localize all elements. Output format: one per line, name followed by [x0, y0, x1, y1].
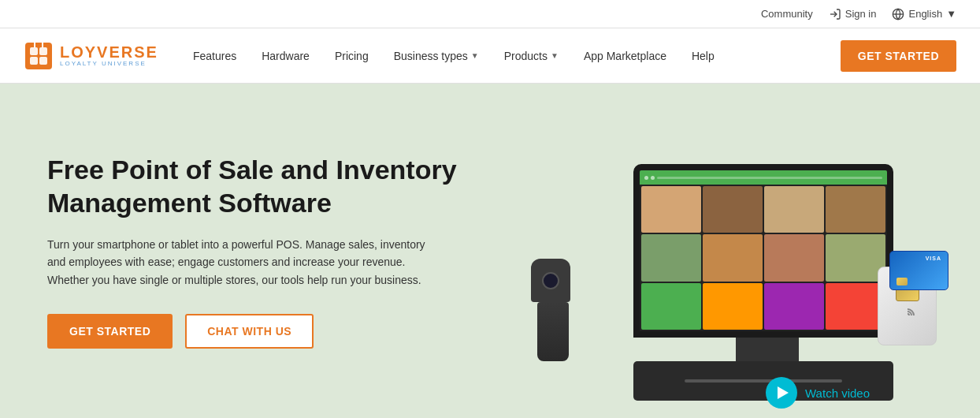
pos-stand — [736, 338, 799, 361]
logo-text: LOYVERSE LOYALTY UNIVERSE — [60, 43, 158, 68]
community-label: Community — [761, 8, 813, 20]
products-chevron-icon: ▼ — [551, 51, 559, 60]
business-types-chevron-icon: ▼ — [471, 51, 479, 60]
hero-title: Free Point of Sale and Inventory Managem… — [47, 153, 457, 220]
svg-rect-5 — [39, 47, 47, 55]
nav-app-marketplace[interactable]: App Marketplace — [573, 43, 677, 69]
language-selector[interactable]: English ▼ — [892, 8, 956, 21]
scanner-body — [537, 302, 569, 361]
watch-video[interactable]: Watch video — [766, 377, 870, 409]
logo[interactable]: LOYVERSE LOYALTY UNIVERSE — [24, 41, 158, 71]
nav-pricing[interactable]: Pricing — [324, 43, 380, 69]
nav-business-types[interactable]: Business types ▼ — [383, 43, 490, 69]
logo-icon — [24, 41, 54, 71]
svg-rect-3 — [25, 43, 52, 69]
logo-sub: LOYALTY UNIVERSE — [60, 61, 158, 68]
header: LOYVERSE LOYALTY UNIVERSE Features Hardw… — [0, 28, 980, 84]
globe-icon — [892, 8, 904, 21]
hero-chat-button[interactable]: CHAT WITH US — [185, 314, 314, 349]
hero-section: Free Point of Sale and Inventory Managem… — [0, 84, 980, 418]
nav-hardware[interactable]: Hardware — [251, 43, 321, 69]
signin-label: Sign in — [845, 8, 877, 20]
play-icon — [778, 386, 789, 399]
hero-get-started-button[interactable]: GET STARTED — [47, 314, 173, 349]
hero-image: VISA — [507, 101, 948, 401]
nav-products[interactable]: Products ▼ — [493, 43, 570, 69]
barcode-scanner — [531, 259, 574, 361]
nav-help[interactable]: Help — [681, 43, 726, 69]
svg-rect-4 — [30, 47, 38, 55]
pos-screen — [633, 164, 893, 338]
language-label: English — [908, 8, 942, 20]
community-link[interactable]: Community — [761, 8, 813, 20]
svg-rect-7 — [39, 57, 47, 65]
card-reader: VISA — [878, 267, 941, 353]
play-button[interactable] — [766, 377, 797, 409]
signin-icon — [829, 8, 841, 21]
top-bar: Community Sign in English ▼ — [0, 0, 980, 28]
main-nav: Features Hardware Pricing Business types… — [182, 43, 841, 69]
hero-content: Free Point of Sale and Inventory Managem… — [47, 153, 457, 349]
hero-description: Turn your smartphone or tablet into a po… — [47, 236, 425, 289]
scanner-head — [531, 259, 570, 302]
svg-rect-6 — [30, 57, 38, 65]
nav-features[interactable]: Features — [182, 43, 247, 69]
signin-link[interactable]: Sign in — [829, 8, 877, 21]
language-chevron-icon: ▼ — [946, 8, 956, 20]
card-brand-logo: VISA — [926, 256, 941, 261]
logo-name: LOYVERSE — [60, 43, 158, 61]
pos-terminal — [633, 164, 901, 401]
hero-buttons: GET STARTED CHAT WITH US — [47, 314, 457, 349]
credit-card: VISA — [889, 251, 948, 290]
pos-mockup: VISA — [507, 117, 948, 401]
scanner-lens — [542, 272, 559, 289]
watch-video-label: Watch video — [805, 386, 870, 400]
card-chip — [896, 278, 908, 286]
header-get-started-button[interactable]: GET STARTED — [841, 40, 956, 72]
nfc-icon — [898, 306, 917, 329]
